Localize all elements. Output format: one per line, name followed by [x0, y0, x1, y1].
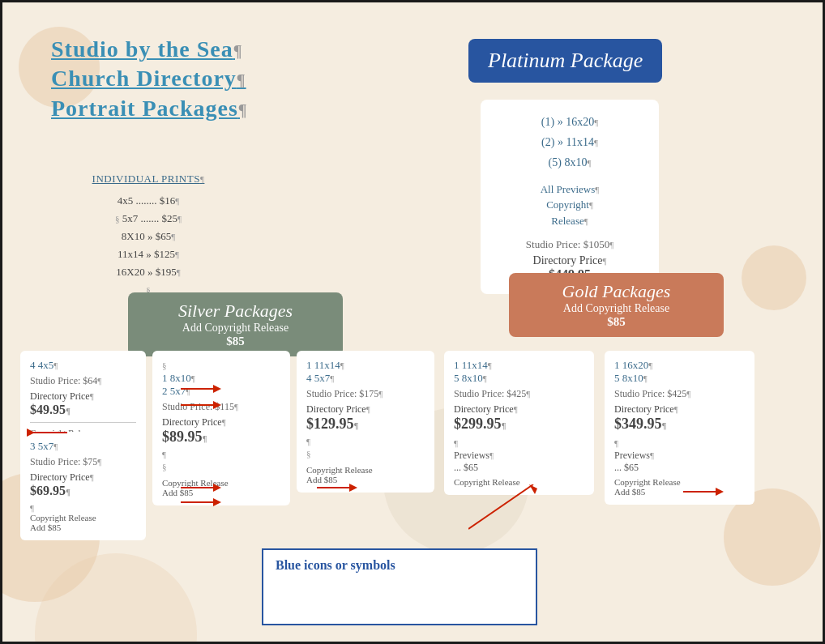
- silver-card-3-dir-label: Directory Price¶: [162, 416, 280, 429]
- red-arrow-3: [181, 480, 221, 495]
- gold-badge: Gold Packages Add Copyright Release $85: [509, 273, 724, 337]
- gold-sub-label: Add Copyright Release: [525, 302, 707, 315]
- svg-marker-3: [213, 401, 221, 409]
- silver-card-1-title: 4 4x5¶: [30, 359, 136, 372]
- gold-card-2-copyright: Copyright ReleaseAdd $85: [614, 477, 745, 497]
- platinum-card: (1) » 16x20¶ (2) » 11x14¶ (5) 8x10¶ All …: [481, 100, 659, 294]
- individual-prints-section: INDIVIDUAL PRINTS¶ 4x5 ........ $16¶ § 5…: [67, 173, 229, 300]
- silver-card-4-title: 1 11x14¶ 4 5x7¶: [306, 359, 425, 385]
- silver-card-3-title: § 1 8x10¶ 2 5x7¶: [162, 359, 280, 398]
- svg-marker-1: [213, 385, 221, 393]
- silver-card-4-studio: Studio Price: $175¶: [306, 388, 425, 400]
- platinum-dir-label: Directory Price¶: [497, 254, 643, 267]
- silver-badge: Silver Packages Add Copyright Release $8…: [128, 292, 343, 356]
- silver-card-1-dir-label: Directory Price¶: [30, 390, 136, 403]
- title-line2: Church Directory¶: [51, 64, 327, 93]
- red-arrow-8: [683, 484, 724, 499]
- gold-card-2-title: 1 16x20¶ 5 8x10¶: [614, 359, 745, 385]
- gold-card-2-studio: Studio Price: $425¶: [614, 388, 745, 400]
- silver-card-2-studio: Studio Price: $75¶: [30, 456, 136, 468]
- gold-card-1-previews: ¶ Previews¶ ... $65: [454, 437, 584, 474]
- platinum-badge: Platinum Package: [468, 39, 662, 83]
- silver-card-4: 1 11x14¶ 4 5x7¶ Studio Price: $175¶ Dire…: [297, 351, 434, 493]
- print-price-8x10: 8X10 » $65¶: [67, 228, 229, 245]
- title-line3: Portrait Packages¶: [51, 94, 327, 123]
- gold-card-1-title: 1 11x14¶ 5 8x10¶: [454, 359, 584, 385]
- svg-line-12: [468, 484, 533, 529]
- red-arrow-2: [181, 398, 221, 412]
- gold-card-1-price: $299.95¶: [454, 416, 584, 433]
- red-arrow-7: [468, 484, 549, 533]
- gold-price: $85: [525, 315, 707, 329]
- silver-card-3-studio: Studio Price: $115¶: [162, 401, 280, 413]
- red-arrow-1: [181, 382, 221, 396]
- svg-marker-7: [213, 498, 221, 506]
- red-arrow-6: [27, 425, 75, 440]
- print-price-11x14: 11x14 » $125¶: [67, 245, 229, 263]
- title-line1: Studio by the Sea¶: [51, 35, 327, 64]
- silver-card-4-price: $129.95¶: [306, 416, 425, 433]
- svg-marker-15: [716, 488, 724, 496]
- silver-card-3-copyright: Copyright ReleaseAdd $85: [162, 478, 280, 497]
- gold-badge-label: Gold Packages: [525, 281, 707, 302]
- silver-card-2-copyright: ¶ Copyright ReleaseAdd $85: [30, 503, 136, 532]
- silver-card-3-price: $89.95¶: [162, 429, 280, 446]
- svg-marker-9: [349, 484, 357, 492]
- silver-card-3: § 1 8x10¶ 2 5x7¶ Studio Price: $115¶ Dir…: [152, 351, 290, 505]
- print-price-5x7: § 5x7 ....... $25¶: [67, 210, 229, 228]
- gold-card-1-dir-label: Directory Price¶: [454, 403, 584, 416]
- individual-prints-header: INDIVIDUAL PRINTS¶: [67, 173, 229, 186]
- silver-price: $85: [144, 335, 327, 348]
- silver-sub-label: Add Copyright Release: [144, 322, 327, 335]
- silver-card-2-dir-label: Directory Price¶: [30, 471, 136, 484]
- silver-card-1-studio: Studio Price: $64¶: [30, 375, 136, 387]
- svg-marker-13: [529, 484, 537, 494]
- gold-card-2-previews: ¶ Previews¶ ... $65: [614, 437, 745, 474]
- silver-card-1-price: $49.95¶: [30, 403, 136, 417]
- platinum-studio-price: Studio Price: $1050¶: [497, 238, 643, 251]
- annotation-text: Blue icons or symbols: [276, 558, 524, 573]
- silver-card-2-title: 3 5x7¶: [30, 440, 136, 453]
- silver-card-4-dir-label: Directory Price¶: [306, 403, 425, 416]
- silver-card-2-price: $69.95¶: [30, 484, 136, 498]
- gold-card-2-dir-label: Directory Price¶: [614, 403, 745, 416]
- silver-card-2: 3 5x7¶ Studio Price: $75¶ Directory Pric…: [20, 432, 146, 540]
- title-section: Studio by the Sea¶ Church Directory¶ Por…: [51, 35, 327, 123]
- gold-card-2-price: $349.95¶: [614, 416, 745, 433]
- silver-badge-label: Silver Packages: [144, 301, 327, 322]
- print-price-4x5: 4x5 ........ $16¶: [67, 192, 229, 210]
- red-arrow-5: [317, 480, 357, 495]
- gold-card-1: 1 11x14¶ 5 8x10¶ Studio Price: $425¶ Dir…: [444, 351, 594, 495]
- platinum-items: (1) » 16x20¶ (2) » 11x14¶ (5) 8x10¶: [497, 112, 643, 173]
- blue-annotation-box: Blue icons or symbols: [262, 548, 537, 625]
- gold-card-1-studio: Studio Price: $425¶: [454, 388, 584, 400]
- svg-marker-5: [213, 484, 221, 492]
- print-price-16x20: 16X20 » $195¶: [67, 263, 229, 281]
- svg-marker-11: [27, 429, 35, 437]
- gold-card-2: 1 16x20¶ 5 8x10¶ Studio Price: $425¶ Dir…: [605, 351, 754, 505]
- red-arrow-4: [181, 495, 221, 510]
- platinum-extras: All Previews¶ Copyright¶ Release¶: [497, 181, 643, 229]
